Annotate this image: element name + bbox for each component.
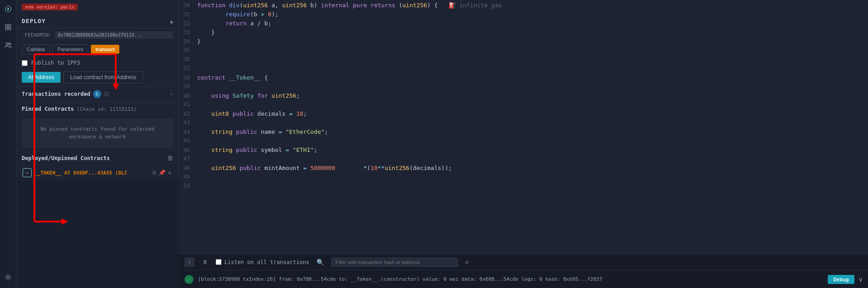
code-line-43: 43 <box>179 119 868 128</box>
fee-label: _FEEADMIN: <box>22 32 52 38</box>
svg-rect-1 <box>5 24 8 27</box>
code-line-40: 40 using Safety for uint256; <box>179 92 868 101</box>
code-line-48: 48 uint256 public mintAmount = 5000000 *… <box>179 165 868 174</box>
publish-ipfs-label: Publish to IPFS <box>31 60 80 66</box>
no-pinned-message: No pinned contracts found for selected w… <box>22 118 173 148</box>
svg-marker-11 <box>61 218 68 225</box>
load-contract-button[interactable]: Load contract from Address <box>63 71 143 83</box>
main-area: 30 function div(uint256 a, uint256 b) in… <box>179 0 868 288</box>
calldata-tab[interactable]: Calldata <box>22 44 50 54</box>
parameters-tab[interactable]: Parameters <box>52 44 88 54</box>
code-line-37: 37 <box>179 65 868 74</box>
code-line-47: 47 <box>179 156 868 165</box>
fee-value: 0x78012B888683a383108e379119... <box>55 31 173 39</box>
svg-rect-3 <box>5 28 8 30</box>
publish-ipfs-row: Publish to IPFS <box>16 57 179 69</box>
info-icon[interactable]: ⓘ <box>104 91 109 98</box>
close-contract-icon[interactable]: ✕ <box>168 170 171 176</box>
filter-input[interactable] <box>331 258 458 267</box>
icon-sidebar <box>0 0 16 288</box>
search-icon[interactable]: 🔍 <box>315 259 326 266</box>
tx-expand-chevron-icon[interactable]: ∨ <box>859 276 863 283</box>
deploy-title: DEPLOY <box>22 18 46 24</box>
code-line-39: 39 <box>179 83 868 92</box>
collapse-button[interactable]: ⇕ <box>184 257 194 267</box>
deploy-icon[interactable] <box>3 4 14 14</box>
plugin-icon[interactable] <box>3 22 14 33</box>
contract-action-icons: ⎘ 📌 ✕ <box>153 170 171 176</box>
zero-badge: 0 <box>200 259 210 265</box>
transact-tab[interactable]: transact <box>91 45 119 54</box>
deployed-unpinned-title: Deployed/Unpinned Contracts <box>22 155 165 161</box>
code-line-34: 34 } <box>179 38 868 47</box>
code-line-41: 41 <box>179 101 868 110</box>
code-area: 30 function div(uint256 a, uint256 b) in… <box>179 0 868 254</box>
code-scroll[interactable]: 30 function div(uint256 a, uint256 b) in… <box>179 0 868 254</box>
transaction-row: ✓ [block:5738908 txIndex:26] from: 0x780… <box>179 270 868 288</box>
svg-point-0 <box>7 8 9 10</box>
address-row: At Address Load contract from Address <box>16 69 179 86</box>
deploy-header: DEPLOY ▲ <box>16 14 179 28</box>
tab-row: Calldata Parameters transact <box>16 42 179 57</box>
svg-point-7 <box>7 276 9 279</box>
tx-detail: [block:5738908 txIndex:26] from: 0x780..… <box>198 276 602 282</box>
bottom-bar: ⇕ 0 Listen on all transactions 🔍 ⊘ <box>179 254 868 270</box>
people-icon[interactable] <box>3 40 14 51</box>
code-line-36: 36 <box>179 56 868 65</box>
settings-icon[interactable] <box>3 272 14 283</box>
debug-button[interactable]: Debug <box>828 275 854 284</box>
deploy-panel: evm version: paris DEPLOY ▲ _FEEADMIN: 0… <box>16 0 179 180</box>
code-line-32: 32 return a / b; <box>179 20 868 29</box>
trash-icon[interactable]: 🗑 <box>167 155 173 161</box>
code-line-50: 50 <box>179 183 868 192</box>
clear-filter-icon[interactable]: ⊘ <box>463 259 470 265</box>
code-line-31: 31 require(b > 0); <box>179 11 868 20</box>
listen-row: Listen on all transactions <box>216 259 309 265</box>
pinned-contracts-header: Pinned Contracts (Chain id: 11155111) <box>16 102 179 116</box>
transactions-recorded-label: Transactions recorded <box>22 91 90 97</box>
pinned-contracts-title: Pinned Contracts <box>22 106 74 112</box>
tx-count-badge: 6 <box>93 90 101 98</box>
tx-text: [block:5738908 txIndex:26] from: 0x780..… <box>198 276 823 282</box>
listen-label: Listen on all transactions <box>224 259 309 265</box>
svg-point-5 <box>6 43 8 45</box>
contract-expand-btn[interactable]: › <box>23 168 32 177</box>
svg-rect-2 <box>9 24 11 27</box>
copy-contract-icon[interactable]: ⎘ <box>153 170 156 176</box>
chain-id-label: (Chain id: 11155111) <box>77 106 137 112</box>
code-line-44: 44 string public name = "EtherCode"; <box>179 128 868 137</box>
code-line-30: 30 function div(uint256 a, uint256 b) in… <box>179 2 868 11</box>
code-line-35: 35 <box>179 47 868 56</box>
evm-badge: evm version: paris <box>22 4 78 10</box>
code-line-49: 49 <box>179 174 868 183</box>
deployed-unpinned-header: Deployed/Unpinned Contracts 🗑 <box>16 151 179 165</box>
code-line-42: 42 uint8 public decimals = 18; <box>179 110 868 119</box>
code-line-46: 46 string public symbol = "ETHI"; <box>179 146 868 156</box>
transactions-chevron-icon[interactable]: › <box>170 91 173 97</box>
transactions-recorded-row[interactable]: Transactions recorded 6 ⓘ › <box>16 86 179 102</box>
code-line-33: 33 } <box>179 29 868 38</box>
view-etherscan-container <box>179 279 190 280</box>
deploy-collapse-chevron[interactable]: ▲ <box>170 18 173 24</box>
at-address-button[interactable]: At Address <box>22 72 61 83</box>
contract-name-label: __TOKEN__ AT 0X0DF...43A55 (BLC <box>34 170 150 176</box>
svg-point-6 <box>9 43 11 45</box>
publish-ipfs-checkbox[interactable] <box>22 60 28 66</box>
code-line-45: 45 <box>179 137 868 146</box>
listen-checkbox[interactable] <box>216 259 222 265</box>
fee-row: _FEEADMIN: 0x78012B888683a383108e379119.… <box>16 28 179 42</box>
svg-rect-4 <box>9 28 11 30</box>
contract-row: › __TOKEN__ AT 0X0DF...43A55 (BLC ⎘ 📌 ✕ <box>20 166 175 179</box>
pin-contract-icon[interactable]: 📌 <box>159 170 165 176</box>
code-line-38: 38 contract __Token__ { <box>179 74 868 83</box>
